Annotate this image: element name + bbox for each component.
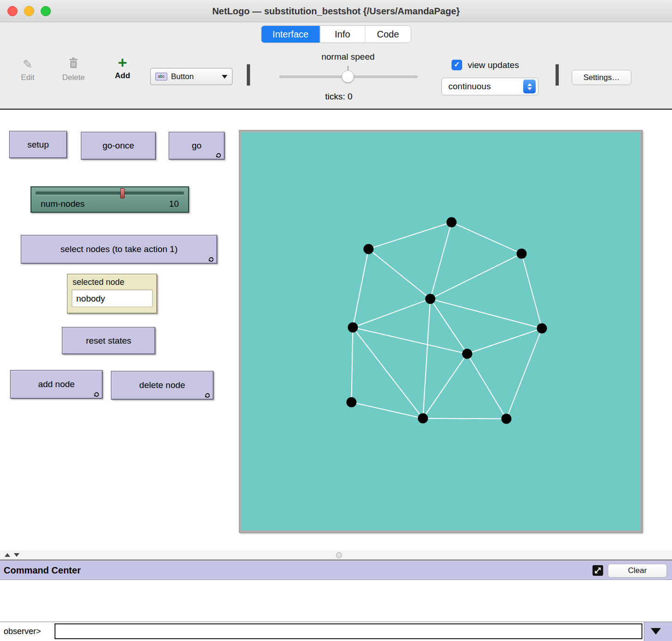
speed-slider-thumb[interactable] (342, 70, 354, 83)
network-edge (353, 299, 430, 327)
widget-button-icon: abc (155, 73, 167, 80)
forever-icon (93, 390, 100, 396)
go-label: go (192, 141, 202, 151)
widget-type-dropdown[interactable]: abc Button (150, 68, 232, 85)
netlogo-window: NetLogo — substitution_bestshot {/Users/… (0, 0, 672, 641)
num-nodes-slider[interactable]: num-nodes 10 (31, 186, 189, 213)
slider-value: 10 (169, 199, 179, 209)
network-edge (368, 249, 430, 299)
view-updates-checkbox[interactable]: ✓ (452, 60, 462, 70)
network-edge (351, 327, 353, 402)
add-button[interactable]: + Add (108, 55, 137, 80)
add-label: Add (108, 71, 137, 80)
forever-icon (204, 391, 211, 397)
title-bar: NetLogo — substitution_bestshot {/Users/… (0, 0, 672, 22)
select-nodes-label: select nodes (to take action 1) (61, 244, 177, 254)
network-edge (430, 253, 522, 299)
network-edge (467, 354, 507, 419)
splitter-bar[interactable] (0, 550, 672, 560)
network-edge (522, 253, 542, 328)
setup-label: setup (27, 140, 49, 150)
speed-slider-label: normal speed (302, 52, 394, 62)
network-edge (430, 222, 452, 299)
command-input-row: observer> (0, 622, 672, 641)
go-once-label: go-once (103, 141, 134, 151)
update-mode-dropdown[interactable]: continuous (441, 78, 538, 95)
setup-button[interactable]: setup (9, 131, 67, 158)
ticks-value: 0 (348, 92, 353, 101)
ticks-label: ticks: (325, 92, 345, 101)
forever-icon (208, 255, 214, 261)
plus-icon: + (108, 55, 137, 69)
update-mode-value: continuous (448, 81, 523, 92)
splitter-down-icon[interactable] (14, 553, 19, 557)
settings-button[interactable]: Settings… (572, 70, 631, 85)
network-node[interactable] (501, 414, 512, 424)
edit-button[interactable]: ✎ Edit (13, 57, 43, 82)
delete-label: Delete (56, 73, 91, 82)
add-node-button[interactable]: add node (10, 370, 103, 399)
network-edge (423, 299, 430, 418)
network-node[interactable] (517, 248, 527, 259)
chevron-down-icon (527, 87, 532, 90)
stepper-icon (523, 80, 536, 93)
check-icon: ✓ (454, 61, 460, 68)
delete-node-button[interactable]: delete node (111, 371, 214, 400)
command-output-area[interactable] (0, 580, 672, 622)
view-updates-label: view updates (468, 60, 519, 70)
network-node[interactable] (446, 217, 457, 228)
caret-down-icon (651, 628, 661, 635)
delete-button[interactable]: Delete (56, 57, 91, 82)
forever-icon (215, 151, 222, 157)
ticks-counter: ticks: 0 (293, 92, 385, 102)
go-once-button[interactable]: go-once (81, 132, 156, 160)
tab-info[interactable]: Info (320, 26, 365, 43)
trash-icon (56, 57, 91, 71)
slider-name: num-nodes (41, 199, 85, 209)
chevron-down-icon (222, 75, 227, 79)
toolbar-separator (556, 64, 559, 86)
splitter-up-icon[interactable] (5, 553, 10, 557)
command-center-header: Command Center Clear (0, 560, 672, 580)
network-edge (423, 419, 507, 419)
chevron-up-icon (527, 83, 532, 86)
network-edge (452, 222, 522, 254)
clear-button[interactable]: Clear (608, 564, 667, 578)
network-edge (368, 222, 452, 249)
widget-type-value: Button (171, 72, 218, 81)
history-dropdown[interactable] (644, 622, 672, 641)
tab-code[interactable]: Code (365, 26, 410, 43)
world-view-frame (239, 130, 642, 533)
slider-groove (36, 191, 184, 195)
network-node[interactable] (418, 413, 428, 424)
monitor-value-box: nobody (72, 290, 153, 307)
network-node[interactable] (537, 323, 547, 333)
network-edge (467, 328, 542, 354)
network-node[interactable] (462, 349, 472, 359)
pencil-icon: ✎ (13, 57, 43, 71)
delete-node-label: delete node (139, 380, 185, 390)
select-nodes-button[interactable]: select nodes (to take action 1) (21, 235, 217, 264)
go-button[interactable]: go (169, 132, 225, 160)
command-center-title: Command Center (4, 561, 81, 580)
network-node[interactable] (348, 322, 358, 333)
add-node-label: add node (38, 379, 74, 389)
network-node[interactable] (346, 397, 356, 407)
command-input[interactable] (55, 623, 642, 639)
tab-interface[interactable]: Interface (262, 26, 320, 43)
tab-bar: Interface Info Code (261, 25, 411, 43)
network-edge (507, 328, 542, 419)
observer-prompt: observer> (4, 622, 41, 641)
selected-node-monitor: selected node nobody (67, 274, 157, 314)
splitter-handle-icon[interactable] (336, 552, 342, 558)
slider-handle[interactable] (120, 188, 125, 198)
monitor-label: selected node (73, 277, 124, 287)
reset-states-label: reset states (86, 336, 131, 346)
window-title: NetLogo — substitution_bestshot {/Users/… (0, 0, 672, 22)
expand-icon[interactable] (592, 565, 604, 576)
network-node[interactable] (363, 244, 373, 254)
network-node[interactable] (425, 294, 435, 304)
edit-label: Edit (13, 73, 43, 82)
world-view[interactable] (241, 132, 640, 530)
reset-states-button[interactable]: reset states (62, 327, 155, 354)
